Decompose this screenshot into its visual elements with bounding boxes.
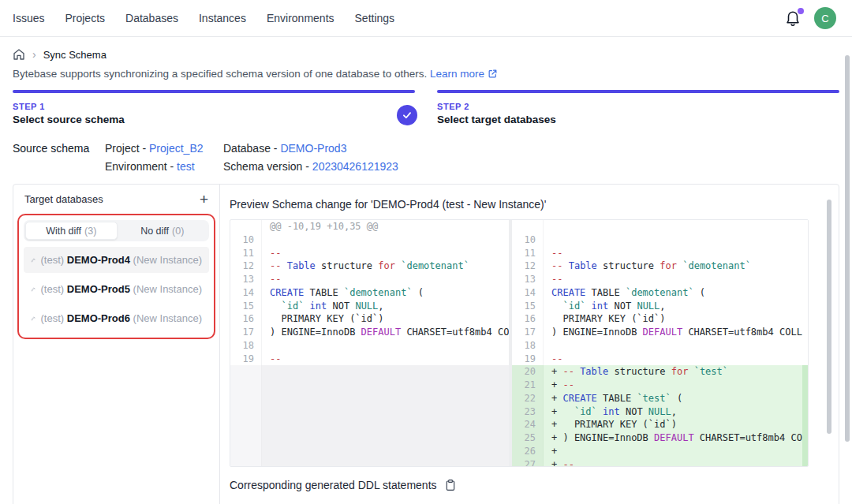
- breadcrumb: › Sync Schema: [13, 48, 839, 61]
- ddl-statements-title: Corresponding generated DDL statements: [230, 479, 437, 491]
- diff-line: 12-- Table structure for `demotenant`: [230, 259, 509, 273]
- nav-item-issues[interactable]: Issues: [13, 12, 44, 24]
- database-link[interactable]: DEMO-Prod3: [280, 142, 346, 155]
- diff-pane-original: @@ -10,19 +10,35 @@1011--12-- Table stru…: [230, 220, 512, 466]
- learn-more-link[interactable]: Learn more: [430, 68, 498, 80]
- tab-no-diff[interactable]: No diff (0): [118, 222, 208, 240]
- step-2: STEP 2 Select target databases: [437, 90, 839, 125]
- diff-line: 14CREATE TABLE `demotenant` (: [230, 286, 509, 300]
- schema-diff-editor: @@ -10,19 +10,35 @@1011--12-- Table stru…: [230, 219, 809, 467]
- step-1-label: STEP 1: [13, 102, 415, 111]
- schema-version-link[interactable]: 20230426121923: [312, 160, 398, 173]
- diff-line: 16 PRIMARY KEY (`id`): [512, 312, 802, 326]
- tab-with-diff[interactable]: With diff (3): [25, 222, 118, 240]
- step-2-progress-bar: [437, 90, 839, 93]
- breadcrumb-current: Sync Schema: [43, 49, 106, 61]
- step-1-completed-check-icon: [397, 105, 417, 125]
- step-1: STEP 1 Select source schema: [13, 90, 415, 125]
- target-databases-title: Target databases: [24, 193, 103, 205]
- diff-hunk-header: @@ -10,19 +10,35 @@: [230, 220, 509, 233]
- step-1-progress-bar: [13, 90, 415, 93]
- diff-line: 10: [230, 233, 509, 247]
- database-list-item[interactable]: (test) DEMO-Prod6 (New Instance): [24, 305, 209, 331]
- source-schema-label: Source schema: [13, 142, 105, 173]
- source-schema-summary: Source schema Project - Project_B2 Datab…: [13, 142, 839, 173]
- diff-line: 17) ENGINE=InnoDB DEFAULT CHARSET=utf8mb…: [512, 326, 802, 339]
- diff-line: 13--: [512, 273, 802, 286]
- nav-item-settings[interactable]: Settings: [355, 12, 395, 24]
- diff-line: 10: [512, 233, 802, 247]
- nav-item-environments[interactable]: Environments: [267, 12, 334, 24]
- nav-item-databases[interactable]: Databases: [125, 12, 178, 24]
- preview-title: Preview Schema change for 'DEMO-Prod4 (t…: [230, 198, 809, 211]
- top-nav: Issues Projects Databases Instances Envi…: [0, 0, 852, 37]
- diff-line: [512, 220, 802, 233]
- diff-line: 17) ENGINE=InnoDB DEFAULT CHARSET=utf8mb…: [230, 326, 509, 339]
- avatar[interactable]: C: [814, 7, 836, 29]
- copy-ddl-icon[interactable]: [444, 479, 457, 491]
- external-link-icon: [488, 69, 498, 79]
- panel-scrollbar[interactable]: [827, 200, 831, 434]
- diff-line-added: 21+ --: [512, 379, 802, 392]
- source-field-schema-version: Schema version - 20230426121923: [223, 160, 398, 173]
- diff-line: 12-- Table structure for `demotenant`: [512, 259, 802, 273]
- database-list-item[interactable]: (test) DEMO-Prod5 (New Instance): [24, 276, 209, 302]
- diff-line: 15 `id` int NOT NULL,: [230, 300, 509, 313]
- diff-line: 14CREATE TABLE `demotenant` (: [512, 286, 802, 300]
- diff-overview-ruler: [802, 220, 808, 466]
- diff-line-added: 25+ ) ENGINE=InnoDB DEFAULT CHARSET=utf8…: [512, 431, 802, 445]
- source-field-project: Project - Project_B2: [105, 142, 223, 155]
- home-icon[interactable]: [13, 48, 25, 61]
- diff-line-added: 20+ -- Table structure for `test`: [512, 365, 802, 379]
- diff-line: 18: [512, 339, 802, 353]
- environment-link[interactable]: test: [177, 160, 195, 173]
- diff-line: 19--: [230, 353, 509, 366]
- mysql-icon: [31, 312, 36, 325]
- chevron-right-icon: ›: [32, 48, 36, 61]
- diff-addition-mark: [802, 365, 808, 466]
- diff-line: 18: [230, 339, 509, 353]
- target-databases-panel: Target databases + With diff (3) No diff…: [13, 185, 220, 504]
- mysql-icon: [31, 254, 36, 267]
- mysql-icon: [31, 283, 36, 296]
- diff-pane-modified: 1011--12-- Table structure for `demotena…: [512, 220, 802, 466]
- diff-line: 15 `id` int NOT NULL,: [512, 300, 802, 313]
- notification-bell-icon[interactable]: [784, 9, 802, 27]
- notification-dot: [798, 8, 804, 14]
- diff-line-added: 26+: [512, 445, 802, 458]
- sync-schema-card: Target databases + With diff (3) No diff…: [13, 184, 839, 504]
- diff-line: 11--: [512, 247, 802, 260]
- add-target-database-button[interactable]: +: [200, 192, 208, 207]
- diff-line-added: 24+ PRIMARY KEY (`id`): [512, 418, 802, 431]
- diff-line-added: 23+ `id` int NOT NULL,: [512, 405, 802, 419]
- source-field-database: Database - DEMO-Prod3: [223, 142, 398, 155]
- diff-filler-block: [230, 365, 509, 466]
- intro-sentence: Bytebase supports synchronizing a specif…: [13, 68, 427, 80]
- step-1-title: Select source schema: [13, 114, 415, 125]
- diff-line: 13--: [230, 273, 509, 286]
- diff-line: 16 PRIMARY KEY (`id`): [230, 312, 509, 326]
- diff-line: 11--: [230, 247, 509, 260]
- stepper: STEP 1 Select source schema STEP 2 Selec…: [13, 90, 839, 125]
- annotation-highlight-box: With diff (3) No diff (0) (test) DEMO-Pr…: [17, 214, 215, 339]
- diff-line-added: 22+ CREATE TABLE `test` (: [512, 392, 802, 405]
- step-2-title: Select target databases: [437, 114, 839, 125]
- with-diff-count: (3): [84, 226, 96, 237]
- nav-item-instances[interactable]: Instances: [199, 12, 246, 24]
- project-link[interactable]: Project_B2: [149, 142, 203, 155]
- diff-line: 19--: [512, 353, 802, 366]
- intro-text: Bytebase supports synchronizing a specif…: [13, 68, 839, 80]
- page-scrollbar[interactable]: [845, 55, 850, 442]
- schema-preview-panel: Preview Schema change for 'DEMO-Prod4 (t…: [220, 185, 839, 504]
- nav-item-projects[interactable]: Projects: [65, 12, 105, 24]
- database-list-item[interactable]: (test) DEMO-Prod4 (New Instance): [24, 247, 209, 273]
- diff-line-added: 27+ --: [512, 458, 802, 467]
- no-diff-count: (0): [172, 226, 184, 237]
- source-field-environment: Environment - test: [105, 160, 223, 173]
- step-2-label: STEP 2: [437, 102, 839, 111]
- diff-filter-tabs: With diff (3) No diff (0): [24, 220, 209, 241]
